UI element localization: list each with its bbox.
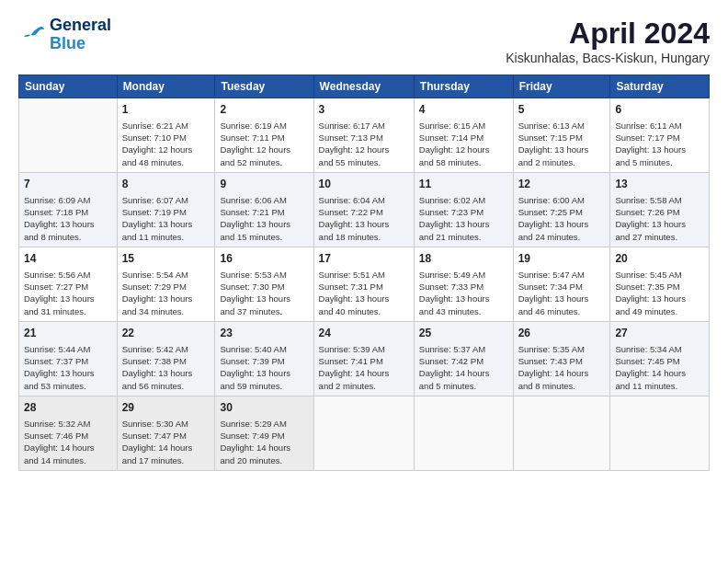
day-info: Sunrise: 5:45 AM Sunset: 7:35 PM Dayligh… <box>615 269 704 317</box>
calendar-cell <box>513 396 610 470</box>
day-number: 10 <box>319 177 409 192</box>
calendar-cell: 26Sunrise: 5:35 AM Sunset: 7:43 PM Dayli… <box>513 321 610 396</box>
day-number: 26 <box>518 326 606 341</box>
day-info: Sunrise: 6:09 AM Sunset: 7:18 PM Dayligh… <box>24 194 112 243</box>
day-info: Sunrise: 5:34 AM Sunset: 7:45 PM Dayligh… <box>615 343 704 392</box>
calendar-cell: 9Sunrise: 6:06 AM Sunset: 7:21 PM Daylig… <box>215 172 313 247</box>
calendar-cell <box>610 396 710 470</box>
calendar-cell: 18Sunrise: 5:49 AM Sunset: 7:33 PM Dayli… <box>414 247 513 321</box>
logo: General Blue <box>18 17 111 53</box>
day-info: Sunrise: 6:15 AM Sunset: 7:14 PM Dayligh… <box>419 120 508 168</box>
calendar-cell: 22Sunrise: 5:42 AM Sunset: 7:38 PM Dayli… <box>117 321 215 396</box>
day-info: Sunrise: 5:37 AM Sunset: 7:42 PM Dayligh… <box>419 343 508 392</box>
day-info: Sunrise: 5:49 AM Sunset: 7:33 PM Dayligh… <box>419 269 508 317</box>
day-number: 27 <box>615 326 704 341</box>
day-number: 29 <box>122 400 210 416</box>
day-number: 22 <box>122 326 210 341</box>
header: General Blue April 2024 Kiskunhalas, Bac… <box>18 17 710 65</box>
day-number: 3 <box>319 102 409 118</box>
day-number: 24 <box>319 326 409 341</box>
calendar-cell: 3Sunrise: 6:17 AM Sunset: 7:13 PM Daylig… <box>313 98 414 173</box>
day-number: 5 <box>518 102 606 118</box>
day-info: Sunrise: 5:51 AM Sunset: 7:31 PM Dayligh… <box>319 269 409 317</box>
calendar-week-5: 28Sunrise: 5:32 AM Sunset: 7:46 PM Dayli… <box>19 396 710 470</box>
calendar-cell: 23Sunrise: 5:40 AM Sunset: 7:39 PM Dayli… <box>215 321 313 396</box>
calendar-cell: 5Sunrise: 6:13 AM Sunset: 7:15 PM Daylig… <box>513 98 610 173</box>
day-number: 21 <box>24 326 112 341</box>
calendar-cell: 29Sunrise: 5:30 AM Sunset: 7:47 PM Dayli… <box>117 396 215 470</box>
calendar-cell <box>19 98 118 173</box>
day-info: Sunrise: 5:56 AM Sunset: 7:27 PM Dayligh… <box>24 269 112 317</box>
calendar-cell: 16Sunrise: 5:53 AM Sunset: 7:30 PM Dayli… <box>215 247 313 321</box>
day-info: Sunrise: 5:44 AM Sunset: 7:37 PM Dayligh… <box>24 343 112 392</box>
day-number: 20 <box>615 251 704 267</box>
calendar-cell: 1Sunrise: 6:21 AM Sunset: 7:10 PM Daylig… <box>117 98 215 173</box>
day-info: Sunrise: 5:53 AM Sunset: 7:30 PM Dayligh… <box>220 269 308 317</box>
day-header-wednesday: Wednesday <box>313 75 414 98</box>
calendar-cell: 30Sunrise: 5:29 AM Sunset: 7:49 PM Dayli… <box>215 396 313 470</box>
calendar-cell: 7Sunrise: 6:09 AM Sunset: 7:18 PM Daylig… <box>19 172 118 247</box>
calendar-cell: 8Sunrise: 6:07 AM Sunset: 7:19 PM Daylig… <box>117 172 215 247</box>
calendar-cell: 27Sunrise: 5:34 AM Sunset: 7:45 PM Dayli… <box>610 321 710 396</box>
calendar-body: 1Sunrise: 6:21 AM Sunset: 7:10 PM Daylig… <box>19 98 710 471</box>
day-info: Sunrise: 5:47 AM Sunset: 7:34 PM Dayligh… <box>518 269 606 317</box>
calendar-cell <box>414 396 513 470</box>
calendar-cell: 11Sunrise: 6:02 AM Sunset: 7:23 PM Dayli… <box>414 172 513 247</box>
calendar-cell: 13Sunrise: 5:58 AM Sunset: 7:26 PM Dayli… <box>610 172 710 247</box>
day-info: Sunrise: 6:21 AM Sunset: 7:10 PM Dayligh… <box>122 120 210 168</box>
day-number: 8 <box>122 177 210 192</box>
day-number: 18 <box>419 251 508 267</box>
calendar-cell: 20Sunrise: 5:45 AM Sunset: 7:35 PM Dayli… <box>610 247 710 321</box>
header-row: SundayMondayTuesdayWednesdayThursdayFrid… <box>19 75 710 98</box>
calendar-cell: 15Sunrise: 5:54 AM Sunset: 7:29 PM Dayli… <box>117 247 215 321</box>
day-number: 14 <box>24 251 112 267</box>
calendar-week-4: 21Sunrise: 5:44 AM Sunset: 7:37 PM Dayli… <box>19 321 710 396</box>
day-number: 1 <box>122 102 210 118</box>
title-block: April 2024 Kiskunhalas, Bacs-Kiskun, Hun… <box>506 17 710 65</box>
calendar-week-3: 14Sunrise: 5:56 AM Sunset: 7:27 PM Dayli… <box>19 247 710 321</box>
calendar-cell: 12Sunrise: 6:00 AM Sunset: 7:25 PM Dayli… <box>513 172 610 247</box>
calendar-cell: 28Sunrise: 5:32 AM Sunset: 7:46 PM Dayli… <box>19 396 118 470</box>
day-info: Sunrise: 6:07 AM Sunset: 7:19 PM Dayligh… <box>122 194 210 243</box>
day-number: 17 <box>319 251 409 267</box>
day-info: Sunrise: 5:42 AM Sunset: 7:38 PM Dayligh… <box>122 343 210 392</box>
day-info: Sunrise: 5:40 AM Sunset: 7:39 PM Dayligh… <box>220 343 308 392</box>
calendar-cell: 24Sunrise: 5:39 AM Sunset: 7:41 PM Dayli… <box>313 321 414 396</box>
calendar-cell: 25Sunrise: 5:37 AM Sunset: 7:42 PM Dayli… <box>414 321 513 396</box>
day-header-friday: Friday <box>513 75 610 98</box>
calendar-cell: 6Sunrise: 6:11 AM Sunset: 7:17 PM Daylig… <box>610 98 710 173</box>
calendar-cell: 21Sunrise: 5:44 AM Sunset: 7:37 PM Dayli… <box>19 321 118 396</box>
calendar-week-1: 1Sunrise: 6:21 AM Sunset: 7:10 PM Daylig… <box>19 98 710 173</box>
day-header-tuesday: Tuesday <box>215 75 313 98</box>
day-info: Sunrise: 5:58 AM Sunset: 7:26 PM Dayligh… <box>615 194 704 243</box>
calendar-table: SundayMondayTuesdayWednesdayThursdayFrid… <box>18 75 710 471</box>
day-header-sunday: Sunday <box>19 75 118 98</box>
logo-text: General Blue <box>50 17 111 53</box>
day-number: 9 <box>220 177 308 192</box>
day-number: 7 <box>24 177 112 192</box>
day-info: Sunrise: 6:13 AM Sunset: 7:15 PM Dayligh… <box>518 120 606 168</box>
calendar-subtitle: Kiskunhalas, Bacs-Kiskun, Hungary <box>506 51 710 65</box>
day-header-thursday: Thursday <box>414 75 513 98</box>
calendar-cell: 19Sunrise: 5:47 AM Sunset: 7:34 PM Dayli… <box>513 247 610 321</box>
day-number: 13 <box>615 177 704 192</box>
day-info: Sunrise: 6:00 AM Sunset: 7:25 PM Dayligh… <box>518 194 606 243</box>
day-info: Sunrise: 6:11 AM Sunset: 7:17 PM Dayligh… <box>615 120 704 168</box>
calendar-week-2: 7Sunrise: 6:09 AM Sunset: 7:18 PM Daylig… <box>19 172 710 247</box>
calendar-cell: 4Sunrise: 6:15 AM Sunset: 7:14 PM Daylig… <box>414 98 513 173</box>
day-number: 12 <box>518 177 606 192</box>
page: General Blue April 2024 Kiskunhalas, Bac… <box>0 0 728 480</box>
day-info: Sunrise: 6:04 AM Sunset: 7:22 PM Dayligh… <box>319 194 409 243</box>
day-number: 16 <box>220 251 308 267</box>
day-info: Sunrise: 6:17 AM Sunset: 7:13 PM Dayligh… <box>319 120 409 168</box>
day-number: 6 <box>615 102 704 118</box>
calendar-cell: 2Sunrise: 6:19 AM Sunset: 7:11 PM Daylig… <box>215 98 313 173</box>
calendar-cell <box>313 396 414 470</box>
calendar-cell: 10Sunrise: 6:04 AM Sunset: 7:22 PM Dayli… <box>313 172 414 247</box>
day-info: Sunrise: 6:19 AM Sunset: 7:11 PM Dayligh… <box>220 120 308 168</box>
calendar-cell: 14Sunrise: 5:56 AM Sunset: 7:27 PM Dayli… <box>19 247 118 321</box>
day-number: 2 <box>220 102 308 118</box>
day-info: Sunrise: 5:30 AM Sunset: 7:47 PM Dayligh… <box>122 418 210 466</box>
day-number: 23 <box>220 326 308 341</box>
day-info: Sunrise: 6:06 AM Sunset: 7:21 PM Dayligh… <box>220 194 308 243</box>
